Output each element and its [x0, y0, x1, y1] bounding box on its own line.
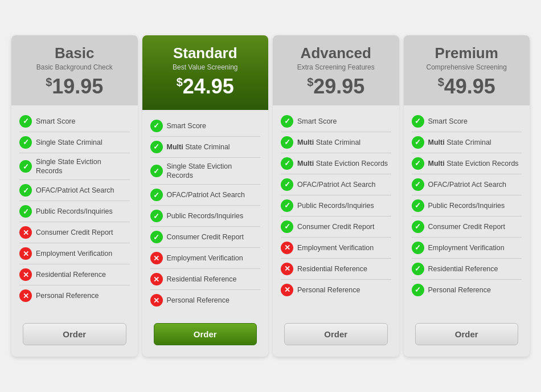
check-icon — [412, 284, 424, 296]
check-icon — [19, 184, 32, 197]
plan-title-premium: Premium — [409, 44, 524, 62]
cross-symbol — [153, 275, 159, 284]
check-symbol — [284, 138, 290, 146]
check-symbol — [153, 212, 159, 220]
check-icon — [281, 220, 293, 233]
cross-icon — [19, 289, 32, 302]
list-item: Single State Eviction Records — [150, 158, 261, 185]
check-icon — [19, 136, 32, 149]
cross-symbol — [23, 228, 29, 237]
feature-label: Employment Verification — [297, 243, 374, 252]
list-item: OFAC/Patriot Act Search — [412, 174, 522, 195]
list-item: Smart Score — [412, 111, 522, 132]
feature-label: Employment Verification — [36, 249, 112, 258]
feature-label: OFAC/Patriot Act Search — [297, 180, 376, 189]
list-item: Employment Verification — [150, 248, 261, 269]
feature-label: Multi State Criminal — [297, 138, 360, 147]
features-list-advanced: Smart ScoreMulti State CriminalMulti Sta… — [273, 105, 399, 317]
feature-label: OFAC/Patriot Act Search — [428, 180, 507, 189]
check-icon — [19, 115, 32, 128]
feature-label: Residential Reference — [297, 264, 367, 273]
cross-symbol — [23, 271, 29, 279]
feature-label: Consumer Credit Report — [297, 222, 374, 231]
feature-label: Employment Verification — [428, 243, 505, 252]
check-symbol — [284, 117, 290, 125]
list-item: Multi State Criminal — [281, 132, 391, 153]
check-symbol — [284, 159, 290, 168]
check-symbol — [23, 186, 29, 195]
plan-header-standard: StandardBest Value Screening$24.95 — [142, 35, 269, 110]
feature-label: Multi State Eviction Records — [297, 159, 388, 168]
feature-label: Single State Eviction Records — [167, 162, 261, 181]
feature-label: Public Records/Inquiries — [167, 211, 244, 220]
feature-label: Residential Reference — [428, 264, 498, 273]
check-icon — [412, 220, 424, 233]
cross-icon — [19, 247, 32, 260]
feature-label: Public Records/Inquiries — [36, 207, 113, 216]
list-item: Public Records/Inquiries — [19, 201, 130, 222]
order-btn-wrap-premium: Order — [404, 323, 530, 345]
list-item: Consumer Credit Report — [150, 227, 261, 248]
check-icon — [150, 189, 163, 201]
list-item: Personal Reference — [19, 285, 130, 306]
check-symbol — [284, 201, 290, 210]
list-item: Multi State Criminal — [150, 137, 261, 158]
feature-label: Personal Reference — [36, 291, 99, 300]
feature-label: Consumer Credit Report — [428, 222, 505, 231]
list-item: Residential Reference — [19, 264, 130, 285]
feature-label: Multi State Criminal — [167, 142, 230, 152]
cross-symbol — [23, 250, 29, 258]
order-button-basic[interactable]: Order — [23, 323, 126, 345]
plan-card-advanced: AdvancedExtra Screening Features$29.95Sm… — [273, 35, 399, 357]
list-item: Personal Reference — [150, 290, 261, 311]
plan-header-basic: BasicBasic Background Check$19.95 — [11, 35, 138, 105]
check-symbol — [23, 162, 29, 171]
check-icon — [412, 136, 424, 149]
cross-icon — [150, 273, 163, 285]
plan-title-advanced: Advanced — [278, 44, 394, 62]
check-symbol — [415, 138, 421, 146]
order-button-advanced[interactable]: Order — [284, 323, 388, 345]
feature-label: Public Records/Inquiries — [297, 201, 374, 210]
list-item: OFAC/Patriot Act Search — [19, 180, 130, 201]
cross-icon — [150, 294, 163, 307]
order-btn-wrap-advanced: Order — [273, 323, 399, 345]
check-symbol — [23, 117, 29, 125]
list-item: Residential Reference — [150, 269, 261, 290]
list-item: Single State Eviction Records — [19, 153, 130, 181]
cross-symbol — [284, 285, 290, 294]
check-symbol — [415, 201, 421, 210]
check-icon — [150, 120, 163, 132]
cross-icon — [281, 242, 293, 254]
check-symbol — [415, 117, 421, 125]
cross-icon — [281, 263, 293, 275]
feature-label: Single State Criminal — [36, 138, 103, 147]
check-symbol — [23, 207, 29, 216]
features-list-standard: Smart ScoreMulti State CriminalSingle St… — [142, 110, 269, 317]
check-icon — [150, 165, 163, 177]
cross-icon — [281, 284, 293, 296]
feature-label: Single State Eviction Records — [36, 157, 130, 176]
feature-label: Smart Score — [36, 117, 75, 126]
plan-price-standard: $24.95 — [148, 75, 263, 99]
list-item: Residential Reference — [281, 259, 391, 280]
list-item: Consumer Credit Report — [19, 222, 130, 243]
plan-card-standard: StandardBest Value Screening$24.95Smart … — [142, 35, 269, 357]
check-icon — [150, 231, 163, 243]
plan-card-premium: PremiumComprehensive Screening$49.95Smar… — [404, 35, 530, 357]
order-button-premium[interactable]: Order — [415, 323, 519, 345]
cross-symbol — [284, 243, 290, 252]
check-symbol — [284, 222, 290, 231]
feature-label: Consumer Credit Report — [36, 228, 113, 237]
list-item: Smart Score — [281, 111, 391, 132]
order-button-standard[interactable]: Order — [154, 323, 257, 345]
check-symbol — [153, 142, 159, 151]
check-symbol — [415, 180, 421, 189]
check-symbol — [415, 159, 421, 168]
feature-label: Multi State Criminal — [428, 138, 491, 147]
list-item: Employment Verification — [412, 238, 522, 259]
plan-header-advanced: AdvancedExtra Screening Features$29.95 — [273, 35, 399, 105]
list-item: Residential Reference — [412, 259, 522, 280]
check-icon — [412, 178, 424, 191]
plan-subtitle-premium: Comprehensive Screening — [409, 63, 524, 71]
